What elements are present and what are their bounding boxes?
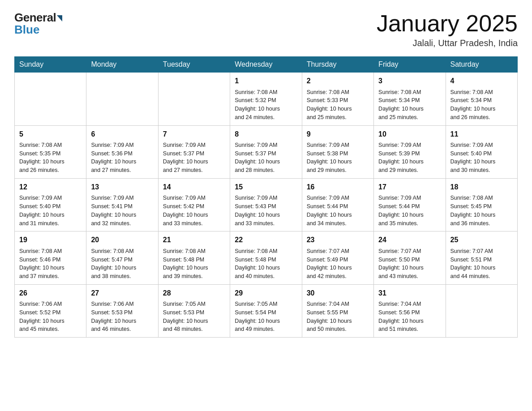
- logo-blue-text: Blue: [14, 23, 39, 37]
- day-number: 13: [91, 182, 153, 192]
- day-number: 12: [19, 182, 82, 192]
- calendar-day-10: 10Sunrise: 7:09 AM Sunset: 5:39 PM Dayli…: [374, 125, 446, 178]
- day-info: Sunrise: 7:09 AM Sunset: 5:44 PM Dayligh…: [307, 194, 369, 227]
- day-info: Sunrise: 7:09 AM Sunset: 5:36 PM Dayligh…: [91, 141, 153, 175]
- day-info: Sunrise: 7:08 AM Sunset: 5:48 PM Dayligh…: [235, 247, 297, 281]
- calendar-header-sunday: Sunday: [15, 57, 86, 73]
- day-number: 14: [163, 182, 225, 192]
- logo-arrow-icon: [57, 15, 62, 21]
- calendar-day-31: 31Sunrise: 7:04 AM Sunset: 5:56 PM Dayli…: [374, 284, 446, 337]
- day-info: Sunrise: 7:09 AM Sunset: 5:37 PM Dayligh…: [235, 141, 297, 175]
- day-info: Sunrise: 7:07 AM Sunset: 5:49 PM Dayligh…: [307, 247, 369, 281]
- calendar-day-19: 19Sunrise: 7:08 AM Sunset: 5:46 PM Dayli…: [15, 231, 86, 284]
- day-info: Sunrise: 7:09 AM Sunset: 5:40 PM Dayligh…: [450, 141, 513, 175]
- day-number: 15: [235, 182, 297, 192]
- calendar-day-25: 25Sunrise: 7:07 AM Sunset: 5:51 PM Dayli…: [446, 231, 517, 284]
- calendar-empty-cell: [446, 284, 517, 337]
- calendar-header-tuesday: Tuesday: [158, 57, 230, 73]
- day-info: Sunrise: 7:08 AM Sunset: 5:48 PM Dayligh…: [163, 247, 225, 281]
- day-info: Sunrise: 7:04 AM Sunset: 5:55 PM Dayligh…: [307, 300, 369, 334]
- calendar-day-18: 18Sunrise: 7:08 AM Sunset: 5:45 PM Dayli…: [446, 178, 517, 231]
- calendar-day-5: 5Sunrise: 7:08 AM Sunset: 5:35 PM Daylig…: [15, 125, 86, 178]
- day-number: 9: [307, 129, 369, 139]
- day-info: Sunrise: 7:08 AM Sunset: 5:47 PM Dayligh…: [91, 247, 153, 281]
- calendar-day-30: 30Sunrise: 7:04 AM Sunset: 5:55 PM Dayli…: [302, 284, 373, 337]
- calendar-day-15: 15Sunrise: 7:09 AM Sunset: 5:43 PM Dayli…: [230, 178, 302, 231]
- day-number: 4: [450, 76, 513, 86]
- calendar-header-thursday: Thursday: [302, 57, 373, 73]
- day-number: 31: [378, 288, 441, 298]
- calendar-day-14: 14Sunrise: 7:09 AM Sunset: 5:42 PM Dayli…: [158, 178, 230, 231]
- calendar-day-7: 7Sunrise: 7:09 AM Sunset: 5:37 PM Daylig…: [158, 125, 230, 178]
- day-info: Sunrise: 7:07 AM Sunset: 5:50 PM Dayligh…: [378, 247, 441, 281]
- day-number: 10: [378, 129, 441, 139]
- day-info: Sunrise: 7:08 AM Sunset: 5:34 PM Dayligh…: [450, 88, 513, 122]
- title-section: January 2025 Jalali, Uttar Pradesh, Indi…: [377, 11, 518, 48]
- calendar-header-wednesday: Wednesday: [230, 57, 302, 73]
- calendar-day-17: 17Sunrise: 7:09 AM Sunset: 5:44 PM Dayli…: [374, 178, 446, 231]
- calendar-day-11: 11Sunrise: 7:09 AM Sunset: 5:40 PM Dayli…: [446, 125, 517, 178]
- day-number: 11: [450, 129, 513, 139]
- day-number: 23: [307, 235, 369, 245]
- day-info: Sunrise: 7:08 AM Sunset: 5:33 PM Dayligh…: [307, 88, 369, 122]
- calendar-week-row: 19Sunrise: 7:08 AM Sunset: 5:46 PM Dayli…: [15, 231, 518, 284]
- calendar-week-row: 1Sunrise: 7:08 AM Sunset: 5:32 PM Daylig…: [15, 73, 518, 125]
- month-title: January 2025: [377, 11, 518, 36]
- calendar-week-row: 12Sunrise: 7:09 AM Sunset: 5:40 PM Dayli…: [15, 178, 518, 231]
- day-info: Sunrise: 7:06 AM Sunset: 5:53 PM Dayligh…: [91, 300, 153, 334]
- day-info: Sunrise: 7:09 AM Sunset: 5:39 PM Dayligh…: [378, 141, 441, 175]
- day-number: 20: [91, 235, 153, 245]
- logo: General Blue: [14, 11, 62, 37]
- day-info: Sunrise: 7:08 AM Sunset: 5:45 PM Dayligh…: [450, 194, 513, 227]
- day-number: 28: [163, 288, 225, 298]
- calendar-day-26: 26Sunrise: 7:06 AM Sunset: 5:52 PM Dayli…: [15, 284, 86, 337]
- day-info: Sunrise: 7:05 AM Sunset: 5:53 PM Dayligh…: [163, 300, 225, 334]
- calendar-day-8: 8Sunrise: 7:09 AM Sunset: 5:37 PM Daylig…: [230, 125, 302, 178]
- calendar-empty-cell: [158, 73, 230, 125]
- calendar-day-4: 4Sunrise: 7:08 AM Sunset: 5:34 PM Daylig…: [446, 73, 517, 125]
- day-number: 30: [307, 288, 369, 298]
- calendar-day-9: 9Sunrise: 7:09 AM Sunset: 5:38 PM Daylig…: [302, 125, 373, 178]
- calendar-day-1: 1Sunrise: 7:08 AM Sunset: 5:32 PM Daylig…: [230, 73, 302, 125]
- day-info: Sunrise: 7:09 AM Sunset: 5:43 PM Dayligh…: [235, 194, 297, 227]
- day-number: 21: [163, 235, 225, 245]
- day-info: Sunrise: 7:08 AM Sunset: 5:35 PM Dayligh…: [19, 141, 82, 175]
- calendar-day-22: 22Sunrise: 7:08 AM Sunset: 5:48 PM Dayli…: [230, 231, 302, 284]
- day-info: Sunrise: 7:09 AM Sunset: 5:37 PM Dayligh…: [163, 141, 225, 175]
- day-number: 27: [91, 288, 153, 298]
- day-number: 3: [378, 76, 441, 86]
- day-info: Sunrise: 7:04 AM Sunset: 5:56 PM Dayligh…: [378, 300, 441, 334]
- day-info: Sunrise: 7:08 AM Sunset: 5:34 PM Dayligh…: [378, 88, 441, 122]
- day-info: Sunrise: 7:08 AM Sunset: 5:46 PM Dayligh…: [19, 247, 82, 281]
- calendar-table: SundayMondayTuesdayWednesdayThursdayFrid…: [14, 56, 518, 338]
- day-number: 1: [235, 76, 297, 86]
- calendar-day-20: 20Sunrise: 7:08 AM Sunset: 5:47 PM Dayli…: [86, 231, 158, 284]
- day-number: 2: [307, 76, 369, 86]
- day-number: 8: [235, 129, 297, 139]
- day-number: 6: [91, 129, 153, 139]
- day-number: 7: [163, 129, 225, 139]
- day-info: Sunrise: 7:09 AM Sunset: 5:40 PM Dayligh…: [19, 194, 82, 227]
- day-number: 18: [450, 182, 513, 192]
- calendar-day-24: 24Sunrise: 7:07 AM Sunset: 5:50 PM Dayli…: [374, 231, 446, 284]
- day-info: Sunrise: 7:09 AM Sunset: 5:41 PM Dayligh…: [91, 194, 153, 227]
- calendar-header-row: SundayMondayTuesdayWednesdayThursdayFrid…: [15, 57, 518, 73]
- day-info: Sunrise: 7:09 AM Sunset: 5:42 PM Dayligh…: [163, 194, 225, 227]
- calendar-empty-cell: [86, 73, 158, 125]
- calendar-header-friday: Friday: [374, 57, 446, 73]
- day-info: Sunrise: 7:06 AM Sunset: 5:52 PM Dayligh…: [19, 300, 82, 334]
- day-number: 29: [235, 288, 297, 298]
- calendar-day-28: 28Sunrise: 7:05 AM Sunset: 5:53 PM Dayli…: [158, 284, 230, 337]
- calendar-header-saturday: Saturday: [446, 57, 517, 73]
- day-number: 5: [19, 129, 82, 139]
- calendar-day-3: 3Sunrise: 7:08 AM Sunset: 5:34 PM Daylig…: [374, 73, 446, 125]
- day-number: 22: [235, 235, 297, 245]
- calendar-header-monday: Monday: [86, 57, 158, 73]
- calendar-week-row: 5Sunrise: 7:08 AM Sunset: 5:35 PM Daylig…: [15, 125, 518, 178]
- day-info: Sunrise: 7:05 AM Sunset: 5:54 PM Dayligh…: [235, 300, 297, 334]
- page-header: General Blue January 2025 Jalali, Uttar …: [14, 11, 518, 48]
- calendar-day-2: 2Sunrise: 7:08 AM Sunset: 5:33 PM Daylig…: [302, 73, 373, 125]
- day-number: 25: [450, 235, 513, 245]
- day-info: Sunrise: 7:08 AM Sunset: 5:32 PM Dayligh…: [235, 88, 297, 122]
- calendar-day-16: 16Sunrise: 7:09 AM Sunset: 5:44 PM Dayli…: [302, 178, 373, 231]
